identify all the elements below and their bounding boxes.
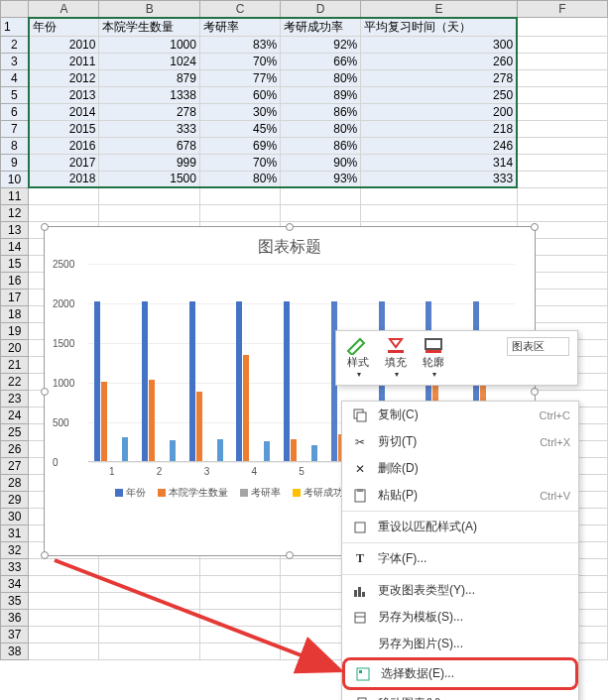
cell[interactable] [517,187,607,204]
row-header[interactable]: 30 [1,508,29,525]
cell[interactable]: 77% [199,69,280,86]
cell[interactable] [361,187,517,204]
cell[interactable]: 278 [99,103,199,120]
cell[interactable] [199,592,280,609]
cell[interactable]: 2011 [29,53,99,69]
bar[interactable] [264,441,270,461]
row-header[interactable]: 11 [1,187,29,204]
cell[interactable] [199,187,280,204]
cell[interactable]: 879 [99,69,199,86]
cell[interactable] [199,642,280,659]
resize-handle[interactable] [286,223,294,231]
cell[interactable] [517,36,607,53]
row-header[interactable]: 31 [1,525,29,541]
bar[interactable] [217,439,223,461]
row-header[interactable]: 1 [1,18,29,37]
row-header[interactable]: 36 [1,609,29,626]
cell[interactable]: 考研率 [199,18,280,37]
row-header[interactable]: 14 [1,238,29,255]
cell[interactable]: 278 [361,69,517,86]
row-header[interactable]: 17 [1,289,29,305]
bar[interactable] [149,380,155,461]
cell[interactable]: 2017 [29,154,99,171]
legend-item[interactable]: 考研率 [240,486,281,500]
bar[interactable] [94,301,100,461]
cell[interactable] [29,558,99,575]
cell[interactable]: 年份 [29,18,99,37]
row-header[interactable]: 18 [1,305,29,322]
row-header[interactable]: 37 [1,626,29,642]
cell[interactable]: 90% [281,154,361,171]
bar[interactable] [284,301,290,461]
ctx-copy[interactable]: 复制(C) Ctrl+C [342,402,578,428]
row-header[interactable]: 29 [1,491,29,508]
outline-button[interactable]: 轮廓▾ [418,335,449,381]
resize-handle[interactable] [531,223,539,231]
cell[interactable]: 69% [199,137,280,154]
cell[interactable]: 2010 [29,36,99,53]
cell[interactable]: 246 [361,137,517,154]
row-header[interactable]: 20 [1,339,29,356]
cell[interactable]: 260 [361,53,517,69]
cell[interactable]: 218 [361,120,517,137]
column-header[interactable] [1,1,29,18]
bar[interactable] [170,440,176,461]
cell[interactable] [281,204,361,221]
bar[interactable] [189,301,195,461]
cell[interactable] [517,137,607,154]
cell[interactable] [517,86,607,103]
cell[interactable]: 2016 [29,137,99,154]
cell[interactable]: 2013 [29,86,99,103]
ctx-select-data[interactable]: 选择数据(E)... [342,657,578,690]
cell[interactable]: 66% [281,53,361,69]
ctx-font[interactable]: T 字体(F)... [342,545,578,572]
cell[interactable]: 平均复习时间（天） [361,18,517,37]
cell[interactable] [199,575,280,592]
cell[interactable] [29,204,99,221]
row-header[interactable]: 25 [1,423,29,440]
cell[interactable] [99,558,199,575]
cell[interactable]: 250 [361,86,517,103]
cell[interactable]: 2018 [29,171,99,187]
row-header[interactable]: 6 [1,103,29,120]
cell[interactable]: 80% [199,171,280,187]
cell[interactable]: 80% [281,120,361,137]
cell[interactable]: 2012 [29,69,99,86]
cell[interactable] [281,187,361,204]
ctx-paste[interactable]: 粘贴(P) Ctrl+V [342,482,578,509]
row-header[interactable]: 10 [1,171,29,187]
row-header[interactable]: 27 [1,457,29,474]
bar[interactable] [236,301,242,461]
row-header[interactable]: 28 [1,474,29,491]
cell[interactable]: 83% [199,36,280,53]
cell[interactable] [361,204,517,221]
row-header[interactable]: 38 [1,642,29,659]
row-header[interactable]: 4 [1,69,29,86]
cell[interactable]: 1000 [99,36,199,53]
row-header[interactable]: 24 [1,407,29,423]
ctx-move-chart[interactable]: 移动图表(V)... [342,690,578,700]
row-header[interactable]: 32 [1,541,29,558]
cell[interactable] [99,592,199,609]
row-header[interactable]: 12 [1,204,29,221]
column-header[interactable]: F [517,1,607,18]
resize-handle[interactable] [286,551,294,559]
cell[interactable] [517,53,607,69]
cell[interactable]: 89% [281,86,361,103]
cell[interactable]: 1338 [99,86,199,103]
cell[interactable] [199,204,280,221]
cell[interactable] [29,575,99,592]
bar[interactable] [101,382,107,461]
cell[interactable]: 333 [361,171,517,187]
cell[interactable]: 60% [199,86,280,103]
cell[interactable]: 93% [281,171,361,187]
cell[interactable] [99,204,199,221]
row-header[interactable]: 16 [1,272,29,289]
cell[interactable]: 678 [99,137,199,154]
ctx-cut[interactable]: ✂ 剪切(T) Ctrl+X [342,428,578,455]
cell[interactable]: 70% [199,53,280,69]
column-header[interactable]: A [29,1,99,18]
cell[interactable] [517,120,607,137]
row-header[interactable]: 34 [1,575,29,592]
resize-handle[interactable] [41,551,49,559]
